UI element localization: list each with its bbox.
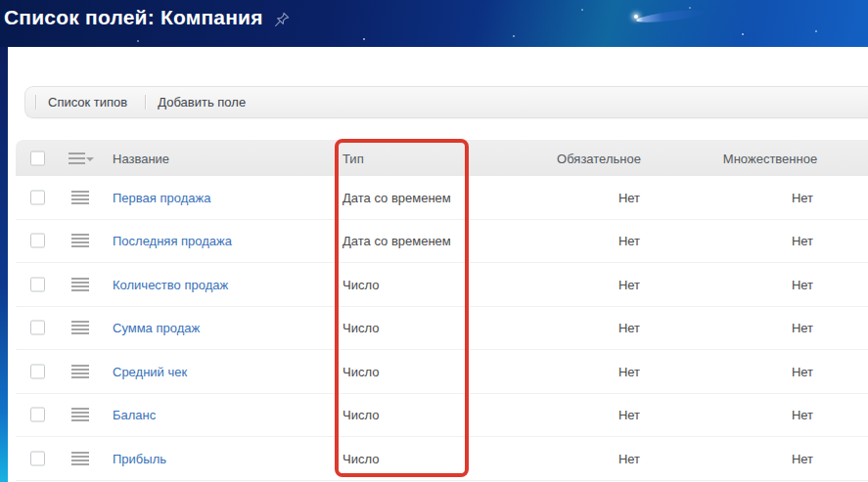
star-dot [581, 9, 583, 11]
left-edge-gradient [0, 47, 8, 482]
drag-handle-icon[interactable] [71, 278, 89, 291]
field-type-value: Дата со временем [343, 234, 451, 248]
field-name-link[interactable]: Первая продажа [113, 190, 210, 204]
grid-body: Первая продажа Дата со временем Нет Нет … [16, 176, 868, 481]
row-checkbox[interactable] [30, 234, 45, 248]
column-header-name[interactable]: Название [113, 151, 169, 165]
fields-grid: Название Тип Обязательное Множественное … [16, 140, 868, 481]
field-type-value: Число [343, 451, 379, 465]
row-checkbox[interactable] [30, 321, 45, 335]
toolbar-separator [145, 95, 147, 110]
field-type-value: Число [343, 364, 379, 378]
field-required-value: Нет [600, 408, 659, 422]
field-type-value: Дата со временем [343, 190, 451, 204]
field-name-link[interactable]: Баланс [113, 408, 156, 422]
field-multiple-value: Нет [773, 321, 832, 335]
table-row: Средний чек Число Нет Нет [16, 350, 868, 394]
field-name-link[interactable]: Прибыль [113, 451, 166, 465]
drag-handle-icon[interactable] [71, 321, 89, 334]
grid-header-row: Название Тип Обязательное Множественное [16, 140, 868, 176]
field-name-link[interactable]: Средний чек [113, 364, 187, 378]
column-header-multiple[interactable]: Множественное [707, 151, 834, 165]
field-multiple-value: Нет [773, 408, 832, 422]
drag-handle-icon[interactable] [71, 365, 89, 378]
field-multiple-value: Нет [773, 277, 832, 291]
row-checkbox[interactable] [30, 277, 45, 291]
row-checkbox[interactable] [30, 190, 45, 204]
table-row: Количество продаж Число Нет Нет [16, 263, 868, 307]
field-type-value: Число [343, 408, 379, 422]
field-multiple-value: Нет [773, 451, 832, 465]
field-required-value: Нет [600, 234, 659, 248]
drag-handle-icon[interactable] [71, 408, 89, 421]
drag-handle-icon[interactable] [71, 191, 89, 204]
field-name-link[interactable]: Сумма продаж [113, 321, 200, 335]
column-header-type[interactable]: Тип [343, 151, 364, 165]
grid-settings-menu-icon[interactable] [69, 153, 94, 164]
table-row: Последняя продажа Дата со временем Нет Н… [16, 220, 868, 264]
table-row: Прибыль Число Нет Нет [16, 437, 868, 481]
star-dot [815, 30, 817, 32]
field-name-link[interactable]: Последняя продажа [113, 234, 232, 248]
row-checkbox[interactable] [30, 364, 45, 378]
star-dot [513, 35, 515, 37]
row-checkbox[interactable] [30, 408, 45, 422]
field-multiple-value: Нет [773, 234, 832, 248]
table-row: Сумма продаж Число Нет Нет [16, 307, 868, 351]
star-dot [689, 7, 691, 9]
field-required-value: Нет [600, 277, 659, 291]
star-dot [137, 40, 139, 42]
select-all-checkbox[interactable] [30, 151, 45, 165]
field-required-value: Нет [600, 190, 659, 204]
toolbar-separator [35, 95, 37, 110]
field-name-link[interactable]: Количество продаж [113, 277, 228, 291]
chevron-down-icon [86, 157, 94, 161]
table-row: Первая продажа Дата со временем Нет Нет [16, 176, 868, 220]
toolbar: Список типов Добавить поле [24, 86, 868, 118]
field-required-value: Нет [600, 451, 659, 465]
field-required-value: Нет [600, 321, 659, 335]
add-field-button[interactable]: Добавить поле [156, 87, 259, 117]
row-checkbox[interactable] [30, 451, 45, 465]
comet-graphic-head [634, 15, 638, 19]
column-header-required[interactable]: Обязательное [540, 151, 658, 165]
field-required-value: Нет [600, 364, 659, 378]
star-dot [363, 38, 365, 40]
pin-icon[interactable] [273, 11, 291, 28]
page-title: Список полей: Компания [4, 6, 263, 29]
page-header: Список полей: Компания [4, 6, 291, 29]
drag-handle-icon[interactable] [71, 452, 89, 465]
star-dot [742, 33, 744, 35]
field-type-value: Число [343, 277, 379, 291]
table-row: Баланс Число Нет Нет [16, 394, 868, 438]
drag-handle-icon[interactable] [71, 234, 89, 247]
field-multiple-value: Нет [773, 190, 832, 204]
field-type-value: Число [343, 321, 379, 335]
field-multiple-value: Нет [773, 364, 832, 378]
list-of-types-button[interactable]: Список типов [46, 87, 141, 117]
